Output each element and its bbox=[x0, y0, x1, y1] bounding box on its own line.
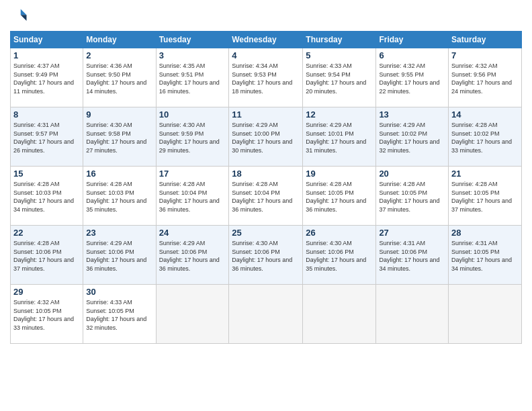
header bbox=[10, 7, 522, 26]
day-number: 12 bbox=[306, 109, 373, 120]
day-info: Sunrise: 4:28 AM Sunset: 10:03 PM Daylig… bbox=[86, 180, 152, 214]
day-info: Sunrise: 4:30 AM Sunset: 9:59 PM Dayligh… bbox=[159, 121, 226, 154]
svg-marker-0 bbox=[21, 9, 27, 15]
day-info: Sunrise: 4:30 AM Sunset: 10:06 PM Daylig… bbox=[232, 239, 300, 273]
calendar-day-cell: 2 Sunrise: 4:36 AM Sunset: 9:50 PM Dayli… bbox=[83, 48, 156, 107]
calendar-table: SundayMondayTuesdayWednesdayThursdayFrid… bbox=[10, 31, 522, 344]
calendar-day-cell: 30 Sunrise: 4:33 AM Sunset: 10:05 PM Day… bbox=[83, 285, 156, 344]
day-info: Sunrise: 4:29 AM Sunset: 10:02 PM Daylig… bbox=[379, 121, 445, 154]
calendar-day-cell: 15 Sunrise: 4:28 AM Sunset: 10:03 PM Day… bbox=[11, 167, 83, 226]
day-number: 16 bbox=[86, 169, 152, 179]
day-info: Sunrise: 4:31 AM Sunset: 10:06 PM Daylig… bbox=[379, 239, 445, 273]
calendar-day-cell: 14 Sunrise: 4:28 AM Sunset: 10:02 PM Day… bbox=[449, 107, 522, 167]
day-info: Sunrise: 4:28 AM Sunset: 10:05 PM Daylig… bbox=[306, 180, 373, 214]
day-number: 10 bbox=[159, 109, 226, 120]
calendar-day-header: Wednesday bbox=[229, 32, 303, 48]
calendar-day-cell: 8 Sunrise: 4:31 AM Sunset: 9:57 PM Dayli… bbox=[11, 107, 83, 167]
day-number: 20 bbox=[379, 169, 445, 179]
calendar-day-header: Tuesday bbox=[156, 32, 229, 48]
day-info: Sunrise: 4:29 AM Sunset: 10:00 PM Daylig… bbox=[232, 121, 300, 154]
calendar-day-cell: 10 Sunrise: 4:30 AM Sunset: 9:59 PM Dayl… bbox=[156, 107, 229, 167]
calendar-week-row: 29 Sunrise: 4:32 AM Sunset: 10:05 PM Day… bbox=[11, 285, 522, 344]
calendar-day-cell: 16 Sunrise: 4:28 AM Sunset: 10:03 PM Day… bbox=[83, 167, 156, 226]
calendar-day-cell: 5 Sunrise: 4:33 AM Sunset: 9:54 PM Dayli… bbox=[303, 48, 376, 107]
day-number: 2 bbox=[86, 50, 152, 60]
calendar-day-cell: 18 Sunrise: 4:28 AM Sunset: 10:04 PM Day… bbox=[229, 167, 303, 226]
logo bbox=[10, 7, 32, 26]
day-info: Sunrise: 4:29 AM Sunset: 10:06 PM Daylig… bbox=[86, 239, 152, 273]
calendar-day-cell: 27 Sunrise: 4:31 AM Sunset: 10:06 PM Day… bbox=[376, 226, 449, 285]
calendar-day-cell bbox=[303, 285, 376, 344]
day-info: Sunrise: 4:28 AM Sunset: 10:06 PM Daylig… bbox=[13, 239, 80, 273]
day-number: 28 bbox=[451, 228, 519, 238]
day-info: Sunrise: 4:30 AM Sunset: 10:06 PM Daylig… bbox=[306, 239, 373, 273]
day-number: 5 bbox=[306, 50, 373, 60]
day-number: 18 bbox=[232, 169, 300, 179]
calendar-day-cell bbox=[156, 285, 229, 344]
calendar-week-row: 8 Sunrise: 4:31 AM Sunset: 9:57 PM Dayli… bbox=[11, 107, 522, 167]
day-info: Sunrise: 4:33 AM Sunset: 9:54 PM Dayligh… bbox=[306, 62, 373, 95]
day-info: Sunrise: 4:35 AM Sunset: 9:51 PM Dayligh… bbox=[159, 62, 226, 95]
day-number: 26 bbox=[306, 228, 373, 238]
day-number: 15 bbox=[13, 169, 80, 179]
calendar-day-cell: 19 Sunrise: 4:28 AM Sunset: 10:05 PM Day… bbox=[303, 167, 376, 226]
day-number: 29 bbox=[13, 287, 80, 297]
calendar-day-cell: 11 Sunrise: 4:29 AM Sunset: 10:00 PM Day… bbox=[229, 107, 303, 167]
calendar-day-cell: 13 Sunrise: 4:29 AM Sunset: 10:02 PM Day… bbox=[376, 107, 449, 167]
calendar-day-header: Sunday bbox=[11, 32, 83, 48]
day-number: 7 bbox=[451, 50, 519, 60]
day-number: 21 bbox=[451, 169, 519, 179]
day-info: Sunrise: 4:29 AM Sunset: 10:01 PM Daylig… bbox=[306, 121, 373, 154]
day-number: 8 bbox=[13, 109, 80, 120]
calendar-day-header: Saturday bbox=[449, 32, 522, 48]
day-info: Sunrise: 4:32 AM Sunset: 10:05 PM Daylig… bbox=[13, 298, 80, 332]
day-number: 4 bbox=[232, 50, 300, 60]
calendar-day-header: Friday bbox=[376, 32, 449, 48]
day-info: Sunrise: 4:34 AM Sunset: 9:53 PM Dayligh… bbox=[232, 62, 300, 95]
day-info: Sunrise: 4:32 AM Sunset: 9:55 PM Dayligh… bbox=[379, 62, 445, 95]
day-info: Sunrise: 4:32 AM Sunset: 9:56 PM Dayligh… bbox=[451, 62, 519, 95]
calendar-day-cell: 6 Sunrise: 4:32 AM Sunset: 9:55 PM Dayli… bbox=[376, 48, 449, 107]
calendar-day-cell: 21 Sunrise: 4:28 AM Sunset: 10:05 PM Day… bbox=[449, 167, 522, 226]
calendar-day-header: Thursday bbox=[303, 32, 376, 48]
day-number: 25 bbox=[232, 228, 300, 238]
day-info: Sunrise: 4:28 AM Sunset: 10:04 PM Daylig… bbox=[232, 180, 300, 214]
calendar-day-header: Monday bbox=[83, 32, 156, 48]
day-number: 3 bbox=[159, 50, 226, 60]
calendar-day-cell: 22 Sunrise: 4:28 AM Sunset: 10:06 PM Day… bbox=[11, 226, 83, 285]
day-number: 13 bbox=[379, 109, 445, 120]
day-info: Sunrise: 4:31 AM Sunset: 9:57 PM Dayligh… bbox=[13, 121, 80, 154]
day-number: 14 bbox=[451, 109, 519, 120]
calendar-day-cell: 29 Sunrise: 4:32 AM Sunset: 10:05 PM Day… bbox=[11, 285, 83, 344]
calendar-day-cell bbox=[449, 285, 522, 344]
day-number: 23 bbox=[86, 228, 152, 238]
day-info: Sunrise: 4:28 AM Sunset: 10:05 PM Daylig… bbox=[379, 180, 445, 214]
day-number: 27 bbox=[379, 228, 445, 238]
day-number: 1 bbox=[13, 50, 80, 60]
calendar-day-cell: 24 Sunrise: 4:29 AM Sunset: 10:06 PM Day… bbox=[156, 226, 229, 285]
calendar-week-row: 22 Sunrise: 4:28 AM Sunset: 10:06 PM Day… bbox=[11, 226, 522, 285]
day-info: Sunrise: 4:30 AM Sunset: 9:58 PM Dayligh… bbox=[86, 121, 152, 154]
calendar-header-row: SundayMondayTuesdayWednesdayThursdayFrid… bbox=[11, 32, 522, 48]
svg-marker-1 bbox=[21, 15, 27, 21]
calendar-day-cell: 4 Sunrise: 4:34 AM Sunset: 9:53 PM Dayli… bbox=[229, 48, 303, 107]
day-number: 17 bbox=[159, 169, 226, 179]
calendar-day-cell: 20 Sunrise: 4:28 AM Sunset: 10:05 PM Day… bbox=[376, 167, 449, 226]
day-info: Sunrise: 4:28 AM Sunset: 10:02 PM Daylig… bbox=[451, 121, 519, 154]
calendar-day-cell: 28 Sunrise: 4:31 AM Sunset: 10:05 PM Day… bbox=[449, 226, 522, 285]
calendar-day-cell bbox=[229, 285, 303, 344]
calendar-week-row: 15 Sunrise: 4:28 AM Sunset: 10:03 PM Day… bbox=[11, 167, 522, 226]
day-number: 22 bbox=[13, 228, 80, 238]
day-number: 30 bbox=[86, 287, 152, 297]
calendar-day-cell: 17 Sunrise: 4:28 AM Sunset: 10:04 PM Day… bbox=[156, 167, 229, 226]
page: SundayMondayTuesdayWednesdayThursdayFrid… bbox=[0, 0, 532, 411]
calendar-day-cell: 3 Sunrise: 4:35 AM Sunset: 9:51 PM Dayli… bbox=[156, 48, 229, 107]
day-number: 11 bbox=[232, 109, 300, 120]
day-info: Sunrise: 4:29 AM Sunset: 10:06 PM Daylig… bbox=[159, 239, 226, 273]
calendar-day-cell: 12 Sunrise: 4:29 AM Sunset: 10:01 PM Day… bbox=[303, 107, 376, 167]
day-number: 6 bbox=[379, 50, 445, 60]
day-number: 24 bbox=[159, 228, 226, 238]
calendar-week-row: 1 Sunrise: 4:37 AM Sunset: 9:49 PM Dayli… bbox=[11, 48, 522, 107]
day-info: Sunrise: 4:28 AM Sunset: 10:04 PM Daylig… bbox=[159, 180, 226, 214]
calendar-day-cell: 7 Sunrise: 4:32 AM Sunset: 9:56 PM Dayli… bbox=[449, 48, 522, 107]
